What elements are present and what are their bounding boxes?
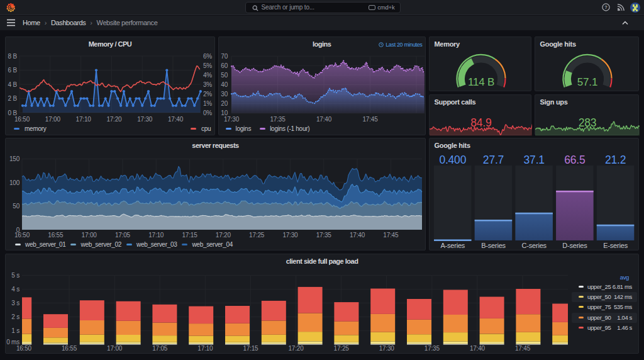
svg-text:1 s: 1 s bbox=[11, 327, 19, 334]
svg-text:2 B: 2 B bbox=[8, 95, 18, 102]
svg-text:16:55: 16:55 bbox=[62, 345, 77, 352]
svg-text:50: 50 bbox=[221, 72, 228, 79]
svg-text:0 B: 0 B bbox=[8, 110, 18, 116]
svg-text:84.9: 84.9 bbox=[470, 116, 491, 129]
svg-text:17:40: 17:40 bbox=[316, 116, 331, 123]
svg-text:4 B: 4 B bbox=[8, 81, 18, 88]
svg-text:17:00: 17:00 bbox=[107, 345, 123, 352]
svg-text:1%: 1% bbox=[203, 100, 212, 107]
svg-text:8 B: 8 B bbox=[8, 53, 18, 60]
svg-text:17:45: 17:45 bbox=[383, 232, 399, 239]
svg-text:C-series: C-series bbox=[521, 242, 547, 249]
svg-text:16:50: 16:50 bbox=[14, 116, 30, 123]
svg-text:17:10: 17:10 bbox=[76, 116, 92, 123]
svg-text:17:30: 17:30 bbox=[379, 345, 395, 352]
svg-text:17:30: 17:30 bbox=[282, 232, 298, 239]
svg-text:30: 30 bbox=[221, 91, 228, 98]
svg-text:5 s: 5 s bbox=[11, 272, 19, 279]
svg-text:17:30: 17:30 bbox=[223, 116, 239, 123]
svg-text:3%: 3% bbox=[203, 81, 212, 88]
svg-text:17:45: 17:45 bbox=[515, 345, 531, 352]
svg-text:17:30: 17:30 bbox=[137, 116, 153, 123]
svg-text:60: 60 bbox=[221, 62, 228, 69]
svg-text:17:35: 17:35 bbox=[425, 345, 440, 352]
svg-text:4 s: 4 s bbox=[11, 286, 19, 293]
svg-text:16:50: 16:50 bbox=[16, 345, 32, 352]
svg-text:17:40: 17:40 bbox=[350, 232, 365, 239]
svg-text:17:25: 17:25 bbox=[334, 345, 350, 352]
svg-text:66.5: 66.5 bbox=[564, 154, 585, 166]
svg-text:6%: 6% bbox=[203, 53, 212, 60]
svg-text:40: 40 bbox=[221, 81, 228, 88]
svg-text:17:35: 17:35 bbox=[316, 232, 332, 239]
svg-text:17:45: 17:45 bbox=[362, 116, 378, 123]
svg-text:21.2: 21.2 bbox=[604, 154, 625, 166]
svg-text:0%: 0% bbox=[203, 110, 212, 116]
svg-text:17:20: 17:20 bbox=[106, 116, 122, 123]
svg-text:17:05: 17:05 bbox=[152, 345, 168, 352]
svg-text:?: ? bbox=[604, 4, 608, 10]
svg-text:3 s: 3 s bbox=[11, 300, 19, 307]
svg-text:150: 150 bbox=[9, 155, 20, 162]
svg-text:50: 50 bbox=[13, 203, 19, 210]
svg-text:57.1: 57.1 bbox=[577, 76, 597, 88]
svg-text:17:15: 17:15 bbox=[182, 232, 197, 239]
svg-text:0 ms: 0 ms bbox=[6, 339, 19, 346]
svg-text:0.400: 0.400 bbox=[439, 154, 466, 166]
svg-text:17:00: 17:00 bbox=[45, 116, 61, 123]
svg-text:B-series: B-series bbox=[481, 242, 506, 249]
svg-text:114 B: 114 B bbox=[467, 76, 494, 88]
svg-text:17:10: 17:10 bbox=[148, 232, 164, 239]
svg-text:17:05: 17:05 bbox=[115, 232, 131, 239]
svg-text:2%: 2% bbox=[203, 91, 212, 98]
svg-text:D-series: D-series bbox=[562, 242, 587, 249]
svg-text:37.1: 37.1 bbox=[523, 154, 544, 166]
svg-text:17:20: 17:20 bbox=[288, 345, 304, 352]
svg-text:4%: 4% bbox=[203, 72, 212, 79]
svg-text:A-series: A-series bbox=[440, 242, 465, 249]
svg-text:17:25: 17:25 bbox=[249, 232, 265, 239]
svg-text:16:50: 16:50 bbox=[14, 232, 30, 239]
svg-text:70: 70 bbox=[221, 53, 228, 60]
svg-text:17:00: 17:00 bbox=[82, 232, 97, 239]
svg-text:E-series: E-series bbox=[603, 242, 628, 249]
svg-text:17:35: 17:35 bbox=[270, 116, 286, 123]
svg-text:16:55: 16:55 bbox=[48, 232, 64, 239]
svg-text:17:10: 17:10 bbox=[197, 345, 213, 352]
svg-text:20: 20 bbox=[221, 100, 228, 107]
svg-text:6 B: 6 B bbox=[8, 67, 18, 74]
svg-text:17:20: 17:20 bbox=[216, 232, 231, 239]
svg-text:27.7: 27.7 bbox=[482, 154, 503, 166]
svg-text:2 s: 2 s bbox=[11, 313, 19, 320]
svg-text:5%: 5% bbox=[203, 62, 212, 69]
svg-text:100: 100 bbox=[9, 179, 20, 186]
svg-text:17:40: 17:40 bbox=[470, 345, 486, 352]
svg-text:17:15: 17:15 bbox=[243, 345, 258, 352]
svg-text:283: 283 bbox=[578, 116, 596, 129]
svg-text:17:40: 17:40 bbox=[168, 116, 184, 123]
